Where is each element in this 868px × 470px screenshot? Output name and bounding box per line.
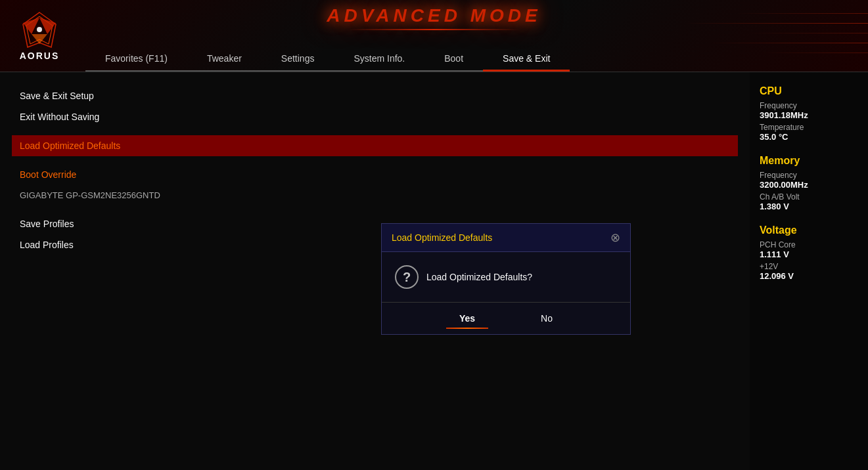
- page-title: ADVANCED MODE: [327, 5, 541, 26]
- navigation: Favorites (F11) Tweaker Settings System …: [85, 30, 570, 69]
- cpu-temperature-value: 35.0 °C: [760, 132, 858, 142]
- load-defaults-dialog: Load Optimized Defaults ⊗ ? Load Optimiz…: [381, 223, 631, 335]
- sidebar: CPU Frequency 3901.18MHz Temperature 35.…: [750, 72, 868, 470]
- exit-without-saving-item[interactable]: Exit Without Saving: [20, 106, 730, 127]
- aorus-logo-icon: [20, 11, 59, 51]
- save-exit-setup-item[interactable]: Save & Exit Setup: [20, 85, 730, 106]
- cpu-title: CPU: [760, 85, 858, 97]
- question-icon: ?: [395, 265, 419, 289]
- dialog-no-button[interactable]: No: [528, 310, 566, 326]
- dialog-yes-button[interactable]: Yes: [446, 310, 488, 326]
- question-mark: ?: [403, 270, 411, 285]
- voltage-section: Voltage PCH Core 1.111 V +12V 12.096 V: [760, 224, 858, 281]
- voltage-title: Voltage: [760, 224, 858, 236]
- memory-title: Memory: [760, 155, 858, 167]
- pch-core-label: PCH Core: [760, 240, 858, 249]
- nav-system-info[interactable]: System Info.: [334, 48, 424, 69]
- pch-core-value: 1.111 V: [760, 249, 858, 259]
- header: AORUS ADVANCED MODE Favorites (F11) Twea…: [0, 0, 868, 72]
- cpu-frequency-value: 3901.18MHz: [760, 110, 858, 120]
- gap2: [20, 156, 730, 164]
- dialog-message: Load Optimized Defaults?: [426, 272, 532, 282]
- dialog-title: Load Optimized Defaults: [392, 232, 492, 243]
- dialog-body: ? Load Optimized Defaults?: [382, 252, 630, 303]
- boot-override-item[interactable]: Boot Override: [20, 164, 730, 185]
- nav-settings[interactable]: Settings: [262, 48, 334, 69]
- plus12v-value: 12.096 V: [760, 271, 858, 281]
- memory-frequency-value: 3200.00MHz: [760, 180, 858, 190]
- dialog-header: Load Optimized Defaults ⊗: [382, 224, 630, 252]
- nav-boot[interactable]: Boot: [424, 48, 483, 69]
- nav-tweaker[interactable]: Tweaker: [187, 48, 262, 69]
- logo-text: AORUS: [20, 51, 60, 61]
- logo: AORUS: [7, 11, 72, 61]
- gap3: [20, 205, 730, 213]
- dialog-footer: Yes No: [382, 303, 630, 334]
- memory-voltage-value: 1.380 V: [760, 202, 858, 211]
- gap1: [20, 127, 730, 135]
- nav-favorites[interactable]: Favorites (F11): [85, 48, 187, 69]
- decorative-lines: [671, 0, 868, 72]
- boot-device-item[interactable]: GIGABYTE GP-GSM2NE3256GNTD: [20, 185, 730, 205]
- cpu-section: CPU Frequency 3901.18MHz Temperature 35.…: [760, 85, 858, 142]
- nav-save-exit[interactable]: Save & Exit: [483, 48, 570, 69]
- load-optimized-defaults-item[interactable]: Load Optimized Defaults: [12, 135, 738, 156]
- memory-section: Memory Frequency 3200.00MHz Ch A/B Volt …: [760, 155, 858, 211]
- svg-point-2: [37, 27, 42, 32]
- memory-voltage-label: Ch A/B Volt: [760, 192, 858, 202]
- cpu-frequency-label: Frequency: [760, 101, 858, 110]
- plus12v-label: +12V: [760, 262, 858, 271]
- memory-frequency-label: Frequency: [760, 171, 858, 180]
- dialog-close-button[interactable]: ⊗: [610, 230, 620, 245]
- menu-content: Save & Exit Setup Exit Without Saving Lo…: [0, 72, 750, 470]
- cpu-temperature-label: Temperature: [760, 123, 858, 132]
